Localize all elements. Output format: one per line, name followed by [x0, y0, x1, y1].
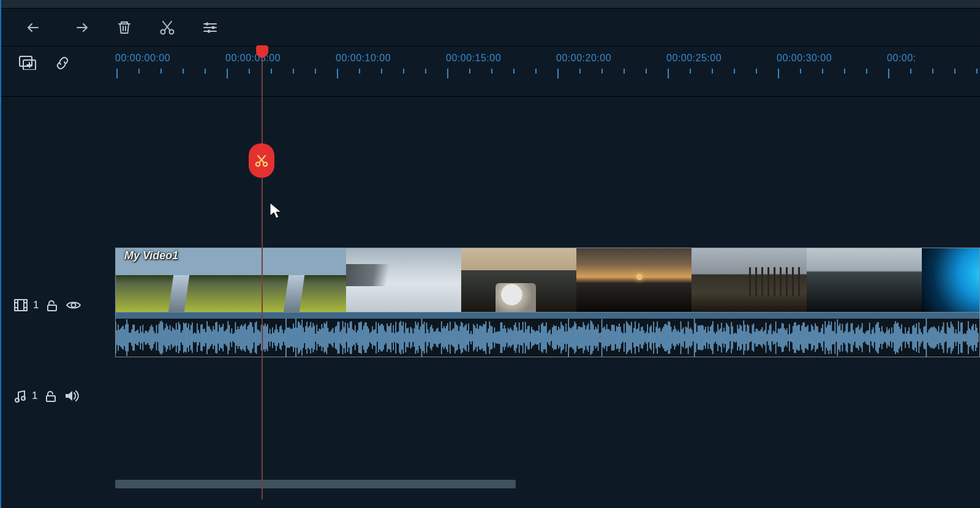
clip-thumbnail: My Video1 — [116, 248, 231, 312]
ruler-time-label: 00:00:15:00 — [446, 53, 501, 64]
tracks-region: 1 My Video1 — [1, 97, 980, 499]
split-at-playhead-button[interactable] — [249, 143, 274, 178]
ruler-row: 00:00:00:0000:00:05:0000:00:10:0000:00:1… — [1, 47, 980, 97]
redo-button[interactable] — [71, 20, 89, 35]
audio-header-bar — [116, 313, 979, 319]
timeline-toolbar — [1, 9, 980, 47]
horizontal-scrollbar[interactable] — [115, 480, 980, 488]
svg-rect-8 — [48, 305, 56, 311]
audio-track-header: 1 — [1, 384, 115, 408]
audio-waveform — [116, 319, 979, 357]
split-button[interactable] — [159, 20, 175, 36]
svg-point-2 — [206, 22, 209, 25]
audio-mute-toggle[interactable] — [64, 390, 79, 402]
audio-track-number: 1 — [32, 390, 37, 402]
timeline-options-button[interactable] — [202, 21, 218, 34]
video-clip[interactable]: My Video1 — [115, 248, 980, 312]
bottom-strip — [1, 499, 980, 508]
clip-thumbnail — [922, 248, 980, 312]
svg-point-3 — [212, 26, 215, 29]
top-strip — [1, 0, 980, 9]
ruler-time-label: 00:00:25:00 — [666, 53, 722, 64]
horizontal-scrollbar-thumb[interactable] — [115, 480, 516, 488]
svg-point-4 — [208, 29, 211, 32]
clip-thumbnail — [576, 248, 692, 312]
ruler-time-label: 00:00:30:00 — [777, 53, 832, 64]
svg-point-10 — [15, 398, 19, 402]
clip-label: My Video1 — [124, 249, 178, 262]
ruler-controls — [1, 47, 115, 97]
audio-lock-toggle[interactable] — [45, 390, 57, 402]
video-lock-toggle[interactable] — [46, 299, 58, 311]
clip-thumbnail — [346, 248, 461, 312]
link-clips-button[interactable] — [54, 55, 71, 73]
audio-clip[interactable] — [115, 312, 980, 357]
delete-button[interactable] — [116, 20, 132, 36]
ruler-time-label: 00:00:05:00 — [225, 53, 281, 64]
ruler-time-label: 00:00:10:00 — [336, 53, 391, 64]
ruler-time-label: 00:00:00:00 — [115, 53, 170, 64]
ruler-time-label: 00:00:20:00 — [556, 53, 611, 64]
undo-button[interactable] — [26, 20, 44, 35]
video-visibility-toggle[interactable] — [66, 300, 81, 311]
add-track-button[interactable] — [18, 55, 37, 72]
filmstrip-icon — [13, 298, 28, 312]
timeline-ruler[interactable]: 00:00:00:0000:00:05:0000:00:10:0000:00:1… — [115, 47, 980, 97]
clip-thumbnail — [231, 248, 346, 312]
svg-point-9 — [72, 303, 76, 308]
timeline-panel: 00:00:00:0000:00:05:0000:00:10:0000:00:1… — [0, 0, 980, 508]
svg-point-11 — [21, 396, 25, 400]
clip-thumbnail — [461, 248, 576, 312]
music-note-icon — [13, 389, 27, 403]
ruler-time-label: 00:00: — [887, 53, 916, 64]
svg-rect-7 — [15, 300, 27, 311]
svg-rect-12 — [47, 396, 55, 401]
clip-thumbnail — [807, 248, 922, 312]
clip-thumbnail — [692, 248, 807, 312]
video-track-number: 1 — [33, 299, 39, 311]
video-track-header: 1 — [1, 293, 115, 317]
